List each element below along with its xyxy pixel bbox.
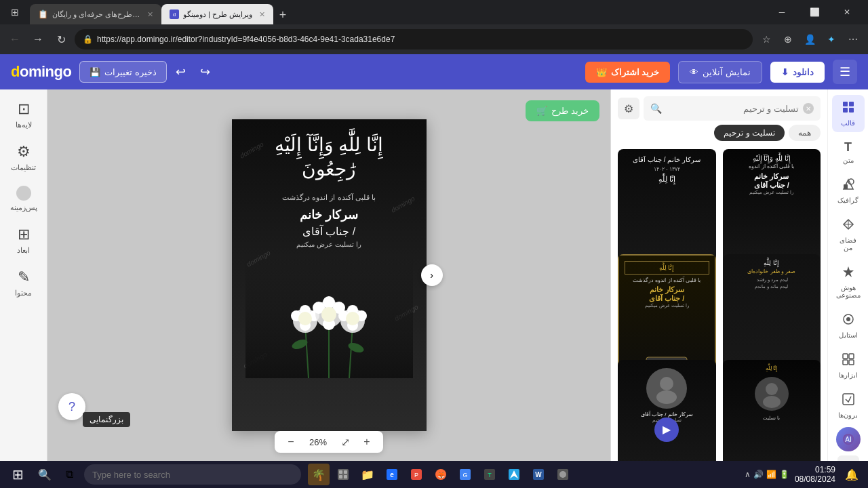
sidebar-template-label: قالب [841,119,855,127]
help-btn[interactable]: ? [58,393,85,420]
taskbar-search-icon[interactable]: 🔍 [34,464,56,485]
sidebar-space[interactable]: فضای من [832,212,865,257]
forward-nav-btn[interactable]: → [28,30,47,49]
sidebar-outputs-label: برون‌ها [838,411,858,419]
tab-all[interactable]: همه [789,125,821,141]
buy-design-btn[interactable]: 🛒 خرید طرح [526,100,599,121]
zoom-in-btn[interactable]: + [359,434,375,450]
save-label: ذخیره تغییرات [104,67,157,77]
taskbar-search-input[interactable] [84,464,301,485]
taskbar-app-10[interactable]: W [528,464,549,485]
taskbar-app-5[interactable]: P [406,464,427,485]
template-item-5[interactable]: سرکار خانم / جناب آقای تسلیت و ترحیم ▶ 🛒 [618,360,716,461]
copilot-btn[interactable]: ✦ [822,30,841,49]
star-btn[interactable]: ☆ [757,30,776,49]
design-canvas[interactable]: domingo domingo domingo domingo domingo … [232,119,427,431]
back-btn[interactable]: ⊞ [5,3,24,22]
taskbar-app-3[interactable]: 📁 [357,464,378,485]
style-icon [842,312,855,329]
menu-hamburger-btn[interactable]: ☰ [833,60,857,84]
sidebar-text[interactable]: T متن [832,135,865,169]
taskbar-app-6[interactable]: 🦊 [430,464,452,485]
refresh-btn[interactable]: ↻ [52,30,71,49]
tab-templates[interactable]: 📋 قالب‌ها و طرح‌های حرفه‌ای و رایگان ✕ [30,4,161,24]
taskbar-icons: 🔍 ⧉ [34,464,80,485]
taskbar-clock[interactable]: 01:59 08/08/2024 [795,465,835,484]
sidebar-style[interactable]: استایل [832,307,865,344]
start-btn[interactable]: ⊞ [5,462,30,487]
share-btn[interactable]: 👑 خرید اشتراک [585,62,671,83]
notification-btn[interactable]: 🔔 [841,464,863,485]
sidebar-ai[interactable]: هوش مصنوعی [832,260,865,304]
taskbar-app-4[interactable]: e [381,464,403,485]
svg-point-77 [559,471,566,478]
sidebar-template[interactable]: قالب [832,95,865,132]
sidebar-space-label: فضای من [835,237,862,251]
settings-icon: ⚙ [17,143,31,161]
taskbar-app-2[interactable] [332,464,354,485]
ai-icon [842,265,855,282]
template-grid-icon [842,100,855,117]
download-btn[interactable]: ⬇ دانلود [770,62,825,83]
template-item-6[interactable]: إِنَّا لِلَّٰهِ با تسلیت 🛒 [723,360,821,461]
right-panel: ⚙ 🔍 ✕ تسلیت و ترحیم همه سرکار خانم / جنا… [610,89,827,461]
tab-editor[interactable]: d ویرایش طرح | دومینگو ✕ [161,4,273,24]
sidebar-tools-label: ابزارها [839,371,858,379]
right-sidebar: قالب T متن گرافیک [827,89,868,461]
svg-rect-43 [849,102,854,106]
svg-point-16 [321,307,336,322]
photo-2 [755,377,789,411]
layers-icon: ⊡ [18,100,30,118]
new-tab-btn[interactable]: + [273,5,292,24]
tabs-bar: 📋 قالب‌ها و طرح‌های حرفه‌ای و رایگان ✕ d… [30,0,761,24]
play-btn-5[interactable]: ▶ [654,418,679,442]
svg-text:W: W [535,471,542,479]
taskbar-task-view[interactable]: ⧉ [58,464,80,485]
svg-point-38 [660,377,673,390]
tool-background[interactable]: پس‌زمینه [5,180,43,218]
maximize-btn[interactable]: ⬜ [799,0,830,24]
download-icon: ⬇ [781,67,789,77]
taskbar-app-8[interactable]: T [479,464,500,485]
tab-condolence[interactable]: تسلیت و ترحیم [714,125,785,141]
taskbar-app-11[interactable] [552,464,574,485]
close-btn[interactable]: ✕ [831,0,863,24]
preview-btn[interactable]: 👁 نمایش آنلاین [678,61,762,83]
clear-search-btn[interactable]: ✕ [803,103,814,114]
taskbar-app-7[interactable]: G [454,464,476,485]
svg-point-39 [656,390,677,404]
tab-editor-close[interactable]: ✕ [259,10,265,19]
tool-dimensions[interactable]: ⊞ ابعاد [5,220,43,260]
profile-btn[interactable]: 👤 [800,30,819,49]
tab-editor-label: ویرایش طرح | دومینگو [183,10,252,19]
minimize-btn[interactable]: ─ [766,0,797,24]
filter-btn[interactable]: ⚙ [618,98,639,119]
eye-icon: 👁 [690,67,698,77]
tool-layers[interactable]: ⊡ لایه‌ها [5,95,43,135]
fit-screen-btn[interactable]: ⤢ [337,434,353,450]
redo-btn[interactable]: ↪ [194,61,216,83]
sidebar-outputs[interactable]: برون‌ها [832,387,865,424]
taskbar-app-9[interactable] [503,464,525,485]
addtab-btn[interactable]: ⊕ [778,30,797,49]
save-btn[interactable]: 💾 ذخیره تغییرات [79,61,167,83]
canvas-content: domingo domingo domingo domingo domingo … [232,119,427,431]
next-template-btn[interactable]: › [421,264,443,286]
search-input[interactable] [666,104,799,114]
dimensions-label: ابعاد [17,246,30,255]
menu-btn[interactable]: ⋯ [844,30,863,49]
ai-badge[interactable]: AI [836,427,861,451]
tool-settings[interactable]: ⚙ تنظیمات [5,138,43,178]
undo-btn[interactable]: ↩ [170,61,191,83]
tab-templates-close[interactable]: ✕ [147,10,153,19]
back-nav-btn[interactable]: ← [5,30,24,49]
svg-text:P: P [414,472,418,479]
sidebar-graphic[interactable]: گرافیک [832,172,865,209]
svg-text:T: T [488,472,492,479]
tool-content[interactable]: ✎ محتوا [5,263,43,303]
template-grid: سرکار خانم / جناب آقای ۱۳۷۲ - ۱۴۰۲ إِنَّ… [611,146,827,461]
sidebar-tools[interactable]: ابزارها [832,347,865,384]
name-line1: سرکار خانم [300,207,358,222]
zoom-out-btn[interactable]: − [283,434,299,450]
taskbar-app-1[interactable]: 🌴 [308,464,330,485]
